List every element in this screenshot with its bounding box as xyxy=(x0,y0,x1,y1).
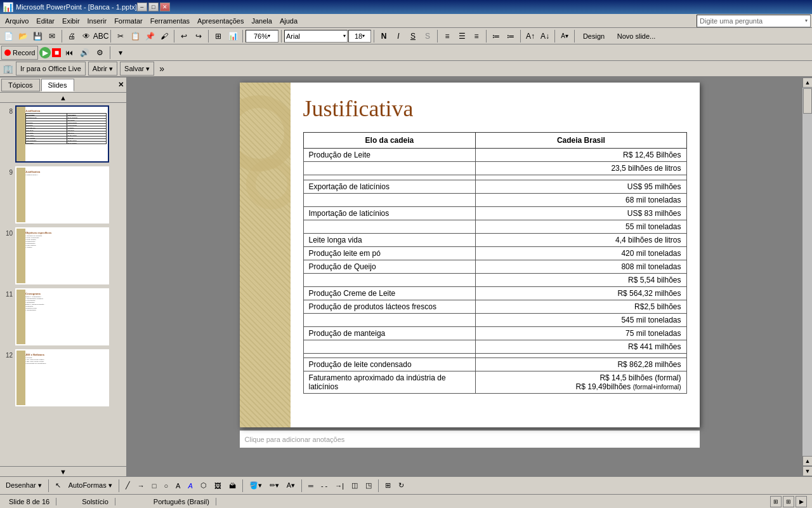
rewind-button[interactable]: ⏮ xyxy=(62,46,76,60)
menu-exibir[interactable]: Exibir xyxy=(58,16,84,26)
slide-thumb-10[interactable]: 10 Objetivos específicos • Aprender os c… xyxy=(3,227,124,284)
help-search-input[interactable]: Digite uma pergunta ▾ xyxy=(697,15,811,27)
increase-font-button[interactable]: A↑ xyxy=(523,29,537,43)
align-right-button[interactable]: ≡ xyxy=(469,29,483,43)
rect-button[interactable]: □ xyxy=(149,479,160,493)
clipart-button[interactable]: 🖼 xyxy=(211,479,225,493)
print-button[interactable]: 🖨 xyxy=(65,29,79,43)
wordart-button[interactable]: A xyxy=(185,479,195,493)
fontsize-selector[interactable]: 18 ▾ xyxy=(348,30,371,43)
insert-table-button[interactable]: ⊞ xyxy=(211,29,225,43)
select-button[interactable]: ↖ xyxy=(52,479,64,493)
align-distribute-button[interactable]: ⊞ xyxy=(382,479,394,493)
scroll-down-button-1[interactable]: ▲ xyxy=(802,456,812,466)
open-dropdown-button[interactable]: Abrir ▾ xyxy=(88,62,117,76)
diagram-button[interactable]: ⬡ xyxy=(197,479,210,493)
scroll-down-button-2[interactable]: ▼ xyxy=(802,466,812,476)
slide-thumb-9[interactable]: 9 Justificativa • Sistema visual 7 xyxy=(3,166,124,224)
arrow-style-button[interactable]: →| xyxy=(332,479,347,493)
slide-img-10[interactable]: Objetivos específicos • Aprender os conc… xyxy=(15,227,109,284)
normal-view-button[interactable]: ⊞ xyxy=(770,496,782,507)
font-color-button2[interactable]: A▾ xyxy=(284,479,298,493)
menu-editar[interactable]: Editar xyxy=(32,16,58,26)
search-dropdown-icon[interactable]: ▾ xyxy=(805,18,808,23)
underline-button[interactable]: S xyxy=(406,29,420,43)
font-selector[interactable]: Arial ▾ xyxy=(284,30,348,43)
draw-dropdown-button[interactable]: Desenhar ▾ xyxy=(3,479,45,493)
redo-button[interactable]: ↪ xyxy=(192,29,206,43)
line-button[interactable]: ╱ xyxy=(122,479,133,493)
menu-janela[interactable]: Janela xyxy=(248,16,276,26)
menu-apresentacoes[interactable]: Apresentações xyxy=(193,16,247,26)
bullets-button[interactable]: ≔ xyxy=(489,29,503,43)
menu-ferramentas[interactable]: Ferramentas xyxy=(147,16,193,26)
slide-scroll-up[interactable]: ▲ xyxy=(0,93,126,103)
more-button[interactable]: » xyxy=(159,64,164,74)
slide-img-12[interactable]: JEE e Netbeans • Servlets • JSP (Java Se… xyxy=(15,349,109,406)
preview-button[interactable]: 👁 xyxy=(79,29,93,43)
paste-button[interactable]: 📌 xyxy=(143,29,157,43)
scroll-thumb[interactable] xyxy=(803,88,812,114)
picture-button[interactable]: 🏔 xyxy=(226,479,239,493)
notes-area[interactable]: Clique para adicionar anotações xyxy=(240,430,700,448)
italic-button[interactable]: I xyxy=(391,29,405,43)
3d-style-button[interactable]: ◳ xyxy=(362,479,375,493)
undo-button[interactable]: ↩ xyxy=(177,29,191,43)
maximize-button[interactable]: □ xyxy=(148,3,159,11)
slide-img-9[interactable]: Justificativa • Sistema visual 7 xyxy=(15,166,109,224)
slide-img-8[interactable]: Justificativa Elo da cadeiaCadeia Brasil… xyxy=(15,105,109,163)
shadow-style-button[interactable]: ◫ xyxy=(348,479,361,493)
slide-thumb-11[interactable]: 11 Cronograma Etapa 1: Aprendizado... • … xyxy=(3,288,124,345)
line-color-button[interactable]: ✏▾ xyxy=(266,479,282,493)
settings-button[interactable]: ⚙ xyxy=(93,46,107,60)
format-painter[interactable]: 🖌 xyxy=(157,29,171,43)
tab-slides[interactable]: Slides xyxy=(41,79,74,91)
menu-inserir[interactable]: Inserir xyxy=(84,16,111,26)
record-button[interactable]: Record xyxy=(1,46,38,60)
close-button[interactable]: ✕ xyxy=(160,3,170,11)
slide-sorter-button[interactable]: ⊞ xyxy=(783,496,794,507)
design-button[interactable]: Design xyxy=(577,29,610,43)
dash-style-button[interactable]: - - xyxy=(318,479,331,493)
menu-arquivo[interactable]: Arquivo xyxy=(1,16,32,26)
slide-scroll-down[interactable]: ▼ xyxy=(0,466,126,476)
slideshow-button[interactable]: ▶ xyxy=(796,496,807,507)
line-style-button[interactable]: ═ xyxy=(305,479,317,493)
stop-button[interactable]: ■ xyxy=(52,48,61,57)
save-dropdown-button[interactable]: Salvar ▾ xyxy=(120,62,154,76)
go-office-live-button[interactable]: Ir para o Office Live xyxy=(16,62,86,76)
copy-button[interactable]: 📋 xyxy=(128,29,142,43)
play-button[interactable]: ▶ xyxy=(39,47,51,58)
slide-thumb-8[interactable]: 8 Justificativa Elo da cadeiaCadeia Bras… xyxy=(3,105,124,163)
save-button[interactable]: 💾 xyxy=(30,29,44,43)
tab-topicos[interactable]: Tópicos xyxy=(1,79,40,91)
arrow-button[interactable]: → xyxy=(134,479,148,493)
align-center-button[interactable]: ☰ xyxy=(455,29,469,43)
bold-button[interactable]: N xyxy=(377,29,391,43)
slide-canvas-area[interactable]: Justificativa Elo da cadeia Cadeia Brasi… xyxy=(127,77,812,476)
align-left-button[interactable]: ≡ xyxy=(440,29,454,43)
spell-button[interactable]: ABC xyxy=(94,29,108,43)
slide-img-11[interactable]: Cronograma Etapa 1: Aprendizado... • Apr… xyxy=(15,288,109,345)
insert-chart-button[interactable]: 📊 xyxy=(226,29,240,43)
zoom-selector[interactable]: 76% ▾ xyxy=(246,30,278,43)
menu-formatar[interactable]: Formatar xyxy=(110,16,147,26)
shadow-button[interactable]: S xyxy=(421,29,435,43)
more-rec-button[interactable]: ▾ xyxy=(114,46,128,60)
numbering-button[interactable]: ≔ xyxy=(504,29,518,43)
menu-ajuda[interactable]: Ajuda xyxy=(276,16,301,26)
fill-color-button[interactable]: 🪣▾ xyxy=(246,479,265,493)
new-slide-button[interactable]: Novo slide... xyxy=(611,29,662,43)
slide-thumb-12[interactable]: 12 JEE e Netbeans • Servlets • JSP (Java… xyxy=(3,349,124,406)
rotate-button[interactable]: ↻ xyxy=(395,479,407,493)
panel-close-button[interactable]: ✕ xyxy=(118,81,124,89)
new-button[interactable]: 📄 xyxy=(1,29,15,43)
open-button[interactable]: 📂 xyxy=(16,29,30,43)
minimize-button[interactable]: – xyxy=(137,3,147,11)
font-color-button[interactable]: A▾ xyxy=(558,29,572,43)
decrease-font-button[interactable]: A↓ xyxy=(538,29,552,43)
sound-button[interactable]: 🔊 xyxy=(77,46,91,60)
textbox-button[interactable]: A xyxy=(173,479,183,493)
cut-button[interactable]: ✂ xyxy=(114,29,128,43)
email-button[interactable]: ✉ xyxy=(45,29,59,43)
